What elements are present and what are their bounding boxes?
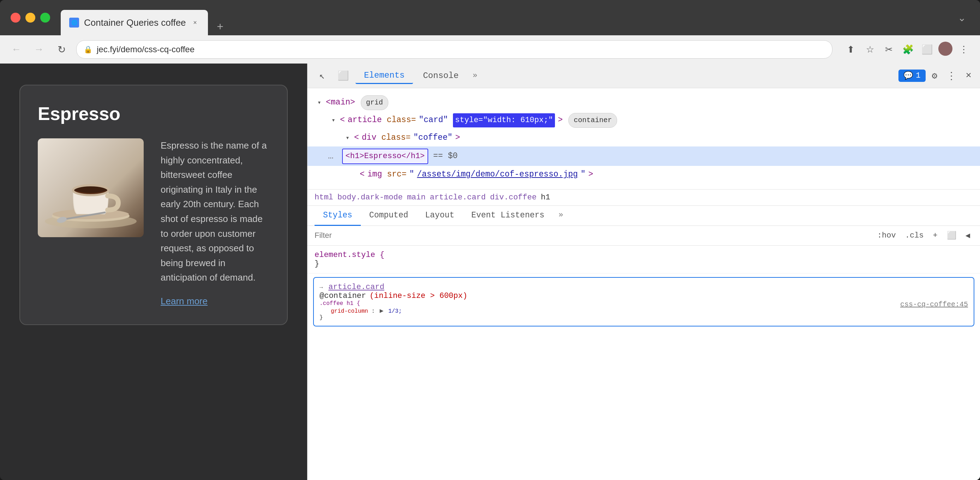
new-tab-button[interactable]: + [212,17,229,35]
div-class-attr-name: class= [381,130,410,145]
img-tag-close: > [589,167,593,182]
back-icon: ← [11,44,21,55]
chevron-left-icon[interactable]: ◀ [963,229,973,242]
tab-computed-label: Computed [369,211,408,220]
more-options-icon[interactable]: ⋮ [956,41,972,57]
minimize-window-button[interactable] [25,13,35,22]
container-query-condition: (inline-size > 600px) [370,291,468,300]
device-toggle-button[interactable]: ⬜ [334,67,352,85]
img-tag-open: < [360,167,365,182]
tab-elements-label: Elements [364,71,404,80]
devtools-settings-button[interactable]: ⚙ [929,67,940,84]
devtools-more-menu[interactable]: ⋮ [943,67,959,85]
add-style-rule[interactable]: + [930,230,940,242]
filter-actions: :hov .cls + ⬜ ◀ [875,229,973,242]
console-badge[interactable]: 💬 1 [899,70,925,82]
card-title: Espresso [38,103,269,124]
badge-count: 1 [916,71,920,80]
style-source[interactable]: css-cq-coffee:45 [900,300,968,308]
tab-close-button[interactable]: × [191,18,199,27]
card-description: Espresso is the name of a highly concent… [161,138,269,285]
tab-layout-label: Layout [425,211,454,220]
close-window-button[interactable] [11,13,21,22]
devtools-more-tabs[interactable]: » [468,68,482,83]
cast-icon[interactable]: ⬜ [919,41,935,57]
tab-console[interactable]: Console [414,68,467,83]
bookmark-icon[interactable]: ☆ [862,41,878,57]
main-tag: <main> [326,95,355,110]
dom-row-h1[interactable]: … <h1>Espresso</h1> == $0 [307,146,980,166]
article-tag-open: < [340,113,345,127]
div-tag-name: div [362,130,376,145]
maximize-window-button[interactable] [40,13,50,22]
expand-icon[interactable]: ▶ [380,307,383,315]
prop-colon: : [371,308,378,315]
container-query-block: → article.card @container (inline-size >… [313,277,974,326]
style-attr-highlighted: style="width: 610px;" [453,113,555,127]
block-close: } [320,315,968,321]
url-bar[interactable]: 🔒 jec.fyi/demo/css-cq-coffee [76,40,832,59]
back-button[interactable]: ← [8,41,24,57]
share-icon[interactable]: ⬆ [843,41,859,57]
panel-tabs-more[interactable]: » [553,206,569,226]
dom-row-main[interactable]: ▾ <main> grid [307,94,980,111]
coffee-h1-selector-text: .coffee h1 { [320,300,360,307]
arrow-icon: → [320,285,323,291]
extensions-icon[interactable]: 🧩 [900,41,916,57]
filter-input[interactable] [315,231,869,240]
filter-bar: :hov .cls + ⬜ ◀ [307,226,980,246]
tab-layout[interactable]: Layout [417,206,463,226]
img-path[interactable]: /assets/img/demo/cof-espresso.jpg [417,167,578,182]
active-tab[interactable]: 🌐 Container Queries coffee × [61,10,208,35]
espresso-card: Espresso [19,85,288,325]
grid-badge: grid [361,95,388,110]
tab-computed[interactable]: Computed [361,206,417,226]
tab-styles[interactable]: Styles [315,206,361,226]
cut-icon[interactable]: ✂ [881,41,897,57]
url-text: jec.fyi/demo/css-cq-coffee [97,45,194,54]
element-style-close: } [315,259,319,268]
breadcrumb-html[interactable]: html [315,193,333,202]
devtools-panel: ↖ ⬜ Elements Console » 💬 1 [307,64,980,480]
article-tag-name: article [348,113,382,127]
element-style-block: element.style { } [307,246,980,273]
src-attr-quote: " [581,167,585,182]
src-attr-name: src= [387,167,406,182]
dom-row-div-coffee[interactable]: ▾ <div class="coffee" > [307,129,980,146]
devtools-close-button[interactable]: × [963,67,974,84]
tab-title: Container Queries coffee [84,17,186,28]
tab-event-listeners[interactable]: Event Listeners [463,206,553,226]
dom-triangle: ▾ [331,115,337,126]
cls-filter[interactable]: .cls [902,230,927,242]
dom-row-article[interactable]: ▾ <article class="card" style="width: 61… [307,111,980,129]
browser-window: 🌐 Container Queries coffee × + ⌄ ← → ↻ 🔒… [0,0,980,480]
tab-favicon: 🌐 [69,17,79,27]
hov-filter[interactable]: :hov [875,230,899,242]
prop-name-grid-column: grid-column [331,308,368,315]
breadcrumb-div[interactable]: div.coffee [490,193,536,202]
reload-button[interactable]: ↻ [54,41,69,57]
settings-icon: ⚙ [932,71,938,81]
tab-styles-label: Styles [323,211,352,220]
dom-triangle: ▾ [345,132,351,144]
toggle-sidebar-icon[interactable]: ⬜ [944,229,959,242]
forward-button[interactable]: → [31,41,46,57]
tab-overflow-button[interactable]: ⌄ [954,8,969,27]
dom-row-img[interactable]: <img src="/assets/img/demo/cof-espresso.… [307,166,980,183]
title-bar: 🌐 Container Queries coffee × + ⌄ [0,0,980,35]
block-close-brace: } [320,315,323,321]
breadcrumb-main[interactable]: main [407,193,426,202]
div-tag-close: > [455,130,460,145]
class-attr-value: "card" [419,113,448,127]
inspect-element-button[interactable]: ↖ [313,67,331,85]
breadcrumb-article[interactable]: article.card [430,193,485,202]
breadcrumb-body[interactable]: body.dark-mode [337,193,403,202]
learn-more-link[interactable]: Learn more [161,296,269,307]
article-card-link[interactable]: article.card [328,283,384,291]
avatar[interactable] [939,41,953,56]
container-badge: container [568,113,617,128]
forward-icon: → [34,44,44,55]
tab-elements[interactable]: Elements [355,68,413,84]
tab-console-label: Console [423,71,458,81]
chat-icon: 💬 [904,71,913,81]
